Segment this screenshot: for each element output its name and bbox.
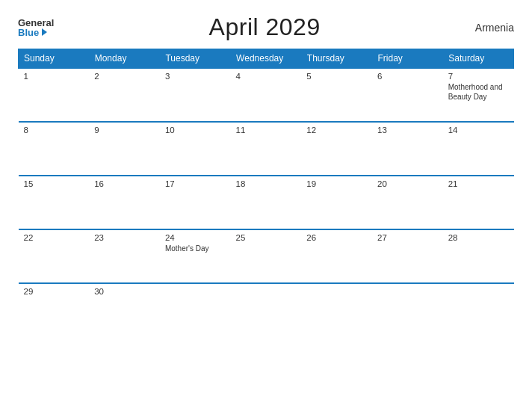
calendar-cell: 7Motherhood and Beauty Day <box>443 68 514 122</box>
weekday-header-saturday: Saturday <box>443 49 514 69</box>
calendar-cell: 9 <box>89 122 160 176</box>
calendar-cell: 8 <box>19 122 90 176</box>
logo: General Blue <box>18 18 54 37</box>
day-number: 25 <box>236 233 297 242</box>
week-row-5: 2930 <box>19 283 514 337</box>
calendar-header: SundayMondayTuesdayWednesdayThursdayFrid… <box>19 49 514 69</box>
week-row-2: 891011121314 <box>19 122 514 176</box>
calendar-cell <box>231 283 302 337</box>
weekday-header-row: SundayMondayTuesdayWednesdayThursdayFrid… <box>19 49 514 69</box>
weekday-header-tuesday: Tuesday <box>160 49 231 69</box>
day-number: 5 <box>306 72 367 81</box>
day-number: 20 <box>377 179 438 188</box>
header: General Blue April 2029 Armenia <box>18 13 514 41</box>
page: General Blue April 2029 Armenia SundayMo… <box>0 0 532 411</box>
day-number: 19 <box>306 179 367 188</box>
day-number: 23 <box>94 233 155 242</box>
calendar-cell: 18 <box>231 176 302 229</box>
calendar-cell: 24Mother's Day <box>160 229 231 283</box>
day-number: 30 <box>94 287 155 296</box>
weekday-header-monday: Monday <box>89 49 160 69</box>
calendar-cell: 10 <box>160 122 231 176</box>
calendar-cell: 15 <box>19 176 90 229</box>
day-number: 17 <box>165 179 226 188</box>
weekday-header-friday: Friday <box>372 49 443 69</box>
day-number: 28 <box>448 233 509 242</box>
calendar-cell: 11 <box>231 122 302 176</box>
day-number: 8 <box>24 126 84 135</box>
calendar-cell <box>160 283 231 337</box>
calendar-cell: 28 <box>443 229 514 283</box>
calendar-cell: 25 <box>231 229 302 283</box>
day-number: 16 <box>94 179 155 188</box>
day-number: 18 <box>236 179 297 188</box>
logo-general-text: General <box>18 18 54 28</box>
calendar-cell <box>372 283 443 337</box>
calendar-cell: 23 <box>89 229 160 283</box>
day-number: 7 <box>448 72 509 81</box>
weekday-header-thursday: Thursday <box>301 49 372 69</box>
calendar-cell: 2 <box>89 68 160 122</box>
day-number: 2 <box>94 72 155 81</box>
day-number: 15 <box>24 179 84 188</box>
calendar-cell: 29 <box>19 283 90 337</box>
calendar-cell: 27 <box>372 229 443 283</box>
day-number: 26 <box>306 233 367 242</box>
calendar-cell: 1 <box>19 68 90 122</box>
week-row-1: 1234567Motherhood and Beauty Day <box>19 68 514 122</box>
calendar-cell: 20 <box>372 176 443 229</box>
calendar-title: April 2029 <box>209 13 321 41</box>
calendar-cell: 4 <box>231 68 302 122</box>
weekday-header-wednesday: Wednesday <box>231 49 302 69</box>
day-number: 24 <box>165 233 226 242</box>
calendar-cell: 13 <box>372 122 443 176</box>
calendar-cell: 12 <box>301 122 372 176</box>
day-number: 14 <box>448 126 509 135</box>
day-number: 29 <box>24 287 84 296</box>
calendar-cell <box>443 283 514 337</box>
calendar-cell: 19 <box>301 176 372 229</box>
day-number: 1 <box>24 72 84 81</box>
logo-blue-row: Blue <box>18 28 47 37</box>
event-label: Mother's Day <box>165 244 209 253</box>
calendar-cell: 21 <box>443 176 514 229</box>
day-number: 6 <box>377 72 438 81</box>
calendar-cell: 6 <box>372 68 443 122</box>
day-number: 9 <box>94 126 155 135</box>
weekday-header-sunday: Sunday <box>19 49 90 69</box>
calendar-cell: 17 <box>160 176 231 229</box>
day-number: 4 <box>236 72 297 81</box>
day-number: 12 <box>306 126 367 135</box>
day-number: 27 <box>377 233 438 242</box>
logo-triangle-icon <box>42 28 47 36</box>
week-row-4: 222324Mother's Day25262728 <box>19 229 514 283</box>
calendar-cell: 26 <box>301 229 372 283</box>
calendar-cell: 5 <box>301 68 372 122</box>
day-number: 22 <box>24 233 84 242</box>
country-label: Armenia <box>475 22 514 34</box>
day-number: 10 <box>165 126 226 135</box>
calendar-cell: 3 <box>160 68 231 122</box>
day-number: 21 <box>448 179 509 188</box>
logo-blue-text: Blue <box>18 28 39 37</box>
calendar-body: 1234567Motherhood and Beauty Day89101112… <box>19 68 514 337</box>
week-row-3: 15161718192021 <box>19 176 514 229</box>
calendar-cell: 30 <box>89 283 160 337</box>
day-number: 3 <box>165 72 226 81</box>
day-number: 13 <box>377 126 438 135</box>
calendar-table: SundayMondayTuesdayWednesdayThursdayFrid… <box>18 49 514 337</box>
event-label: Motherhood and Beauty Day <box>448 83 503 101</box>
calendar-cell: 14 <box>443 122 514 176</box>
calendar-cell: 22 <box>19 229 90 283</box>
day-number: 11 <box>236 126 297 135</box>
calendar-cell <box>301 283 372 337</box>
calendar-cell: 16 <box>89 176 160 229</box>
